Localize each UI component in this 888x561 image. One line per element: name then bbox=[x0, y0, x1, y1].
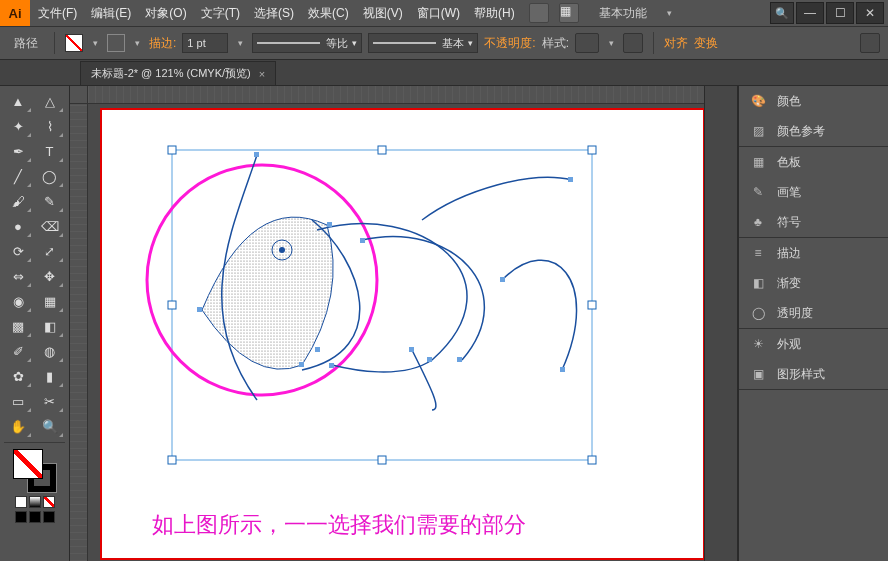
line-tool[interactable]: ╱ bbox=[4, 165, 32, 188]
panel-swatches[interactable]: ▦色板 bbox=[739, 147, 888, 177]
variable-width-profile[interactable]: 等比▾ bbox=[252, 33, 362, 53]
workspace-switcher[interactable]: 基本功能 bbox=[589, 3, 657, 24]
stroke-icon: ≡ bbox=[749, 245, 767, 261]
title-bar: Ai 文件(F) 编辑(E) 对象(O) 文字(T) 选择(S) 效果(C) 视… bbox=[0, 0, 888, 26]
window-controls: 🔍 — ☐ ✕ bbox=[770, 2, 888, 24]
zoom-tool[interactable]: 🔍 bbox=[36, 415, 64, 438]
arrange-icon[interactable]: ▦ bbox=[559, 3, 579, 23]
stroke-drop-icon[interactable]: ▾ bbox=[131, 38, 143, 48]
rotate-tool[interactable]: ⟳ bbox=[4, 240, 32, 263]
menu-edit[interactable]: 编辑(E) bbox=[91, 5, 131, 22]
brushes-icon: ✎ bbox=[749, 184, 767, 200]
menu-type[interactable]: 文字(T) bbox=[201, 5, 240, 22]
svg-rect-19 bbox=[500, 277, 505, 282]
style-label: 样式: bbox=[542, 35, 569, 52]
minimize-button[interactable]: — bbox=[796, 2, 824, 24]
stroke-label[interactable]: 描边: bbox=[149, 35, 176, 52]
shape-builder-tool[interactable]: ◉ bbox=[4, 290, 32, 313]
tab-close-icon[interactable]: × bbox=[259, 68, 265, 80]
gradient-mode-icon[interactable] bbox=[29, 496, 41, 508]
draw-normal-icon[interactable] bbox=[15, 511, 27, 523]
bridge-icon[interactable] bbox=[529, 3, 549, 23]
gradient-icon: ◧ bbox=[749, 275, 767, 291]
panel-gradient[interactable]: ◧渐变 bbox=[739, 268, 888, 298]
menu-select[interactable]: 选择(S) bbox=[254, 5, 294, 22]
document-tab[interactable]: 未标题-2* @ 121% (CMYK/预览) × bbox=[80, 61, 276, 85]
selection-tool[interactable]: ▲ bbox=[4, 90, 32, 113]
collapsed-dock[interactable] bbox=[704, 86, 738, 561]
panel-symbols[interactable]: ♣符号 bbox=[739, 207, 888, 237]
panel-appearance[interactable]: ☀外观 bbox=[739, 329, 888, 359]
transform-label[interactable]: 变换 bbox=[694, 35, 718, 52]
menu-file[interactable]: 文件(F) bbox=[38, 5, 77, 22]
close-button[interactable]: ✕ bbox=[856, 2, 884, 24]
lasso-tool[interactable]: ⌇ bbox=[36, 115, 64, 138]
style-swatch[interactable] bbox=[575, 33, 599, 53]
panel-stroke[interactable]: ≡描边 bbox=[739, 238, 888, 268]
scale-tool[interactable]: ⤢ bbox=[36, 240, 64, 263]
column-graph-tool[interactable]: ▮ bbox=[36, 365, 64, 388]
hand-tool[interactable]: ✋ bbox=[4, 415, 32, 438]
brush-definition[interactable]: 基本▾ bbox=[368, 33, 478, 53]
blend-tool[interactable]: ◍ bbox=[36, 340, 64, 363]
free-transform-tool[interactable]: ✥ bbox=[36, 265, 64, 288]
pencil-tool[interactable]: ✎ bbox=[36, 190, 64, 213]
panel-color[interactable]: 🎨颜色 bbox=[739, 86, 888, 116]
menu-object[interactable]: 对象(O) bbox=[145, 5, 186, 22]
eyedropper-tool[interactable]: ✐ bbox=[4, 340, 32, 363]
svg-rect-25 bbox=[457, 357, 462, 362]
ruler-horizontal[interactable] bbox=[88, 86, 704, 104]
opacity-label[interactable]: 不透明度: bbox=[484, 35, 535, 52]
maximize-button[interactable]: ☐ bbox=[826, 2, 854, 24]
artboard-tool[interactable]: ▭ bbox=[4, 390, 32, 413]
ruler-vertical[interactable] bbox=[70, 104, 88, 561]
menu-view[interactable]: 视图(V) bbox=[363, 5, 403, 22]
type-tool[interactable]: T bbox=[36, 140, 64, 163]
eraser-tool[interactable]: ⌫ bbox=[36, 215, 64, 238]
style-drop-icon[interactable]: ▾ bbox=[605, 38, 617, 48]
blob-brush-tool[interactable]: ● bbox=[4, 215, 32, 238]
stroke-swatch[interactable] bbox=[107, 34, 125, 52]
svg-rect-8 bbox=[378, 456, 386, 464]
stroke-weight-input[interactable] bbox=[182, 33, 228, 53]
transparency-icon: ◯ bbox=[749, 305, 767, 321]
panel-brushes[interactable]: ✎画笔 bbox=[739, 177, 888, 207]
width-tool[interactable]: ⇔ bbox=[4, 265, 32, 288]
menu-effect[interactable]: 效果(C) bbox=[308, 5, 349, 22]
tools-panel: ▲ △ ✦ ⌇ ✒ T ╱ ◯ 🖌 ✎ ● ⌫ ⟳ ⤢ ⇔ ✥ ◉ ▦ ▩ ◧ … bbox=[0, 86, 70, 561]
slice-tool[interactable]: ✂ bbox=[36, 390, 64, 413]
canvas[interactable]: 如上图所示，一一选择我们需要的部分 bbox=[70, 86, 704, 561]
mesh-tool[interactable]: ▩ bbox=[4, 315, 32, 338]
symbol-sprayer-tool[interactable]: ✿ bbox=[4, 365, 32, 388]
draw-inside-icon[interactable] bbox=[43, 511, 55, 523]
perspective-grid-tool[interactable]: ▦ bbox=[36, 290, 64, 313]
menu-help[interactable]: 帮助(H) bbox=[474, 5, 515, 22]
fill-swatch[interactable] bbox=[65, 34, 83, 52]
none-mode-icon[interactable] bbox=[43, 496, 55, 508]
ruler-origin[interactable] bbox=[70, 86, 88, 104]
draw-behind-icon[interactable] bbox=[29, 511, 41, 523]
gradient-tool[interactable]: ◧ bbox=[36, 315, 64, 338]
direct-selection-tool[interactable]: △ bbox=[36, 90, 64, 113]
recolor-icon[interactable] bbox=[623, 33, 643, 53]
menu-window[interactable]: 窗口(W) bbox=[417, 5, 460, 22]
panels-dock: 🎨颜色 ▨颜色参考 ▦色板 ✎画笔 ♣符号 ≡描边 ◧渐变 ◯透明度 ☀外观 ▣… bbox=[738, 86, 888, 561]
stroke-weight-drop-icon[interactable]: ▾ bbox=[234, 38, 246, 48]
document-tab-bar: 未标题-2* @ 121% (CMYK/预览) × bbox=[0, 60, 888, 86]
panel-graphic-styles[interactable]: ▣图形样式 bbox=[739, 359, 888, 389]
search-icon[interactable]: 🔍 bbox=[770, 2, 794, 24]
panel-color-guide[interactable]: ▨颜色参考 bbox=[739, 116, 888, 146]
fill-drop-icon[interactable]: ▾ bbox=[89, 38, 101, 48]
svg-rect-9 bbox=[588, 456, 596, 464]
magic-wand-tool[interactable]: ✦ bbox=[4, 115, 32, 138]
pen-tool[interactable]: ✒ bbox=[4, 140, 32, 163]
isolate-icon[interactable] bbox=[860, 33, 880, 53]
align-label[interactable]: 对齐 bbox=[664, 35, 688, 52]
shape-tool[interactable]: ◯ bbox=[36, 165, 64, 188]
context-label: 路径 bbox=[8, 35, 44, 52]
fill-stroke-swatch[interactable] bbox=[13, 449, 57, 493]
workspace-drop-icon[interactable]: ▾ bbox=[667, 8, 672, 18]
paintbrush-tool[interactable]: 🖌 bbox=[4, 190, 32, 213]
color-mode-icon[interactable] bbox=[15, 496, 27, 508]
panel-transparency[interactable]: ◯透明度 bbox=[739, 298, 888, 328]
